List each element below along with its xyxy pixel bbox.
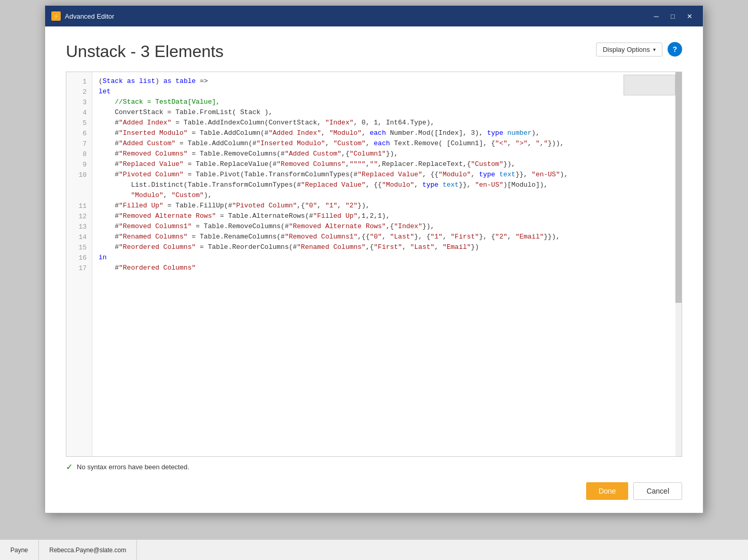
code-editor[interactable]: 1 2 3 4 5 6 7 8 9 10 11 12 13 14 15 — [66, 72, 682, 457]
scrollbar-thumb[interactable] — [675, 72, 682, 303]
minimize-button[interactable]: ─ — [649, 11, 663, 21]
help-button[interactable]: ? — [668, 42, 682, 57]
dialog-body: Unstack - 3 Elements Display Options ? 1… — [45, 26, 703, 513]
title-bar: ⚡ Advanced Editor ─ □ ✕ — [45, 6, 703, 26]
status-bar: ✓ No syntax errors have been detected. — [66, 457, 682, 477]
taskbar-name: Payne — [0, 540, 39, 560]
code-preview-thumbnail — [624, 75, 675, 95]
title-bar-left: ⚡ Advanced Editor — [51, 11, 114, 21]
vertical-scrollbar[interactable] — [675, 72, 682, 456]
advanced-editor-dialog: ⚡ Advanced Editor ─ □ ✕ Unstack - 3 Elem… — [45, 5, 703, 513]
app-icon: ⚡ — [51, 11, 61, 21]
code-text-area[interactable]: (Stack as list) as table =>let //Stack =… — [92, 72, 682, 456]
header-controls: Display Options ? — [596, 42, 682, 57]
status-check-icon: ✓ — [66, 462, 73, 472]
window-controls: ─ □ ✕ — [649, 11, 697, 21]
page-title: Unstack - 3 Elements — [66, 42, 224, 61]
dialog-footer: Done Cancel — [66, 477, 682, 502]
taskbar-email: Rebecca.Payne@slate.com — [39, 540, 137, 560]
dialog-header: Unstack - 3 Elements Display Options ? — [66, 42, 682, 61]
cancel-button[interactable]: Cancel — [633, 482, 682, 500]
close-button[interactable]: ✕ — [682, 11, 697, 21]
status-message: No syntax errors have been detected. — [77, 463, 189, 471]
title-bar-label: Advanced Editor — [65, 12, 114, 20]
maximize-button[interactable]: □ — [666, 11, 680, 21]
taskbar: Payne Rebecca.Payne@slate.com — [0, 539, 748, 560]
done-button[interactable]: Done — [586, 482, 628, 500]
line-numbers: 1 2 3 4 5 6 7 8 9 10 11 12 13 14 15 — [66, 72, 92, 456]
display-options-button[interactable]: Display Options — [596, 43, 662, 57]
